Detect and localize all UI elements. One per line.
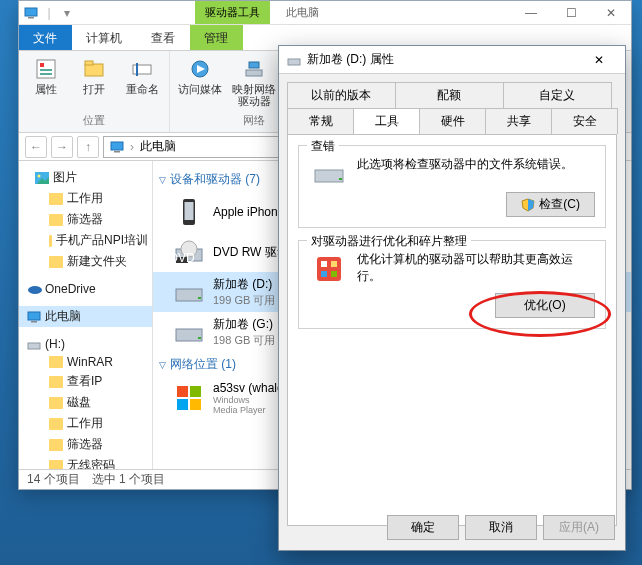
tree-wifi-pwd[interactable]: 无线密码 <box>19 455 152 469</box>
svg-rect-27 <box>185 202 194 220</box>
open-button[interactable]: 打开 <box>75 57 113 95</box>
svg-rect-39 <box>190 399 201 410</box>
svg-rect-41 <box>315 170 343 182</box>
folder-icon <box>49 256 63 268</box>
ok-button[interactable]: 确定 <box>387 515 459 540</box>
tab-view[interactable]: 查看 <box>137 25 190 50</box>
svg-rect-4 <box>40 69 52 71</box>
tab-previous-versions[interactable]: 以前的版本 <box>287 82 396 108</box>
contextual-tab-drive-tools[interactable]: 驱动器工具 <box>195 1 270 24</box>
wmp-icon <box>173 382 205 414</box>
tree-filter2[interactable]: 筛选器 <box>19 434 152 455</box>
folder-icon <box>49 214 63 226</box>
folder-icon <box>49 193 63 205</box>
dialog-body: 查错 此选项将检查驱动器中的文件系统错误。 检查(C) 对驱动器进行优化和碎片整… <box>287 134 617 526</box>
nav-tree[interactable]: 图片 工作用 筛选器 手机产品NPI培训 新建文件夹 OneDrive 此电脑 … <box>19 161 153 469</box>
pc-icon <box>110 141 124 153</box>
svg-rect-12 <box>246 70 262 76</box>
folder-icon <box>49 439 63 451</box>
shield-icon <box>521 198 535 212</box>
check-button[interactable]: 检查(C) <box>506 192 595 217</box>
svg-rect-0 <box>25 8 37 16</box>
maximize-button[interactable]: ☐ <box>551 1 591 25</box>
drive-icon <box>313 158 345 190</box>
drive-icon <box>173 316 205 348</box>
tab-security[interactable]: 安全 <box>551 108 618 134</box>
error-checking-legend: 查错 <box>307 138 339 155</box>
map-drive-button[interactable]: 映射网络 驱动器 <box>232 57 276 107</box>
tree-work2[interactable]: 工作用 <box>19 413 152 434</box>
tab-sharing[interactable]: 共享 <box>485 108 552 134</box>
tree-work[interactable]: 工作用 <box>19 188 152 209</box>
svg-rect-7 <box>85 61 93 65</box>
tab-computer[interactable]: 计算机 <box>72 25 137 50</box>
svg-text:DVD: DVD <box>174 251 195 265</box>
properties-icon <box>34 57 58 81</box>
svg-rect-44 <box>321 261 327 267</box>
properties-button[interactable]: 属性 <box>27 57 65 95</box>
drive-icon <box>27 338 41 350</box>
optimize-button[interactable]: 优化(O) <box>495 293 595 318</box>
back-button[interactable]: ← <box>25 136 47 158</box>
svg-rect-34 <box>176 329 202 341</box>
dialog-close-button[interactable]: ✕ <box>581 48 617 72</box>
map-drive-icon <box>242 57 266 81</box>
breadcrumb-text: 此电脑 <box>140 138 176 155</box>
tab-manage[interactable]: 管理 <box>190 25 243 50</box>
access-media-button[interactable]: 访问媒体 <box>178 57 222 107</box>
dvd-icon: DVD <box>173 236 205 268</box>
qat-item[interactable]: ▾ <box>59 5 75 21</box>
tree-onedrive[interactable]: OneDrive <box>19 280 152 298</box>
svg-rect-17 <box>111 142 123 150</box>
drive-icon <box>173 276 205 308</box>
tree-pictures[interactable]: 图片 <box>19 167 152 188</box>
tab-quota[interactable]: 配额 <box>395 82 504 108</box>
close-button[interactable]: ✕ <box>591 1 631 25</box>
tab-hardware[interactable]: 硬件 <box>419 108 486 134</box>
svg-point-20 <box>38 174 41 177</box>
svg-rect-6 <box>85 64 103 76</box>
folder-icon <box>49 235 52 247</box>
window-controls: — ☐ ✕ <box>511 1 631 25</box>
tab-tools[interactable]: 工具 <box>353 108 420 134</box>
open-icon <box>82 57 106 81</box>
folder-icon <box>49 376 63 388</box>
tree-disk[interactable]: 磁盘 <box>19 392 152 413</box>
tree-this-pc[interactable]: 此电脑 <box>19 306 152 327</box>
rename-icon <box>130 57 154 81</box>
dialog-buttons: 确定 取消 应用(A) <box>387 515 615 540</box>
title-this-pc: 此电脑 <box>276 1 329 24</box>
defrag-icon <box>313 253 345 285</box>
pictures-icon <box>35 172 49 184</box>
pc-icon <box>27 311 41 323</box>
tree-h-drive[interactable]: (H:) <box>19 335 152 353</box>
svg-rect-5 <box>40 73 52 75</box>
dialog-titlebar[interactable]: 新加卷 (D:) 属性 ✕ <box>279 46 625 74</box>
folder-icon <box>49 356 63 368</box>
pc-icon <box>23 5 39 21</box>
error-checking-group: 查错 此选项将检查驱动器中的文件系统错误。 检查(C) <box>298 145 606 228</box>
cancel-button[interactable]: 取消 <box>465 515 537 540</box>
svg-rect-43 <box>317 257 341 281</box>
status-selected: 选中 1 个项目 <box>92 471 165 488</box>
tab-customize[interactable]: 自定义 <box>503 82 612 108</box>
minimize-button[interactable]: — <box>511 1 551 25</box>
tree-winrar[interactable]: WinRAR <box>19 353 152 371</box>
tab-general[interactable]: 常规 <box>287 108 354 134</box>
tree-lookup-ip[interactable]: 查看IP <box>19 371 152 392</box>
tree-filter[interactable]: 筛选器 <box>19 209 152 230</box>
up-button[interactable]: ↑ <box>77 136 99 158</box>
forward-button[interactable]: → <box>51 136 73 158</box>
dialog-title: 新加卷 (D:) 属性 <box>307 51 394 68</box>
status-items: 14 个项目 <box>27 471 80 488</box>
tab-file[interactable]: 文件 <box>19 25 72 50</box>
qat: | ▾ <box>19 5 75 21</box>
tree-newfolder[interactable]: 新建文件夹 <box>19 251 152 272</box>
drive-icon <box>287 54 301 66</box>
svg-rect-1 <box>28 17 34 19</box>
tree-npi[interactable]: 手机产品NPI培训 <box>19 230 152 251</box>
titlebar[interactable]: | ▾ 驱动器工具 此电脑 — ☐ ✕ <box>19 1 631 25</box>
rename-button[interactable]: 重命名 <box>123 57 161 95</box>
apply-button[interactable]: 应用(A) <box>543 515 615 540</box>
svg-rect-38 <box>177 399 188 410</box>
